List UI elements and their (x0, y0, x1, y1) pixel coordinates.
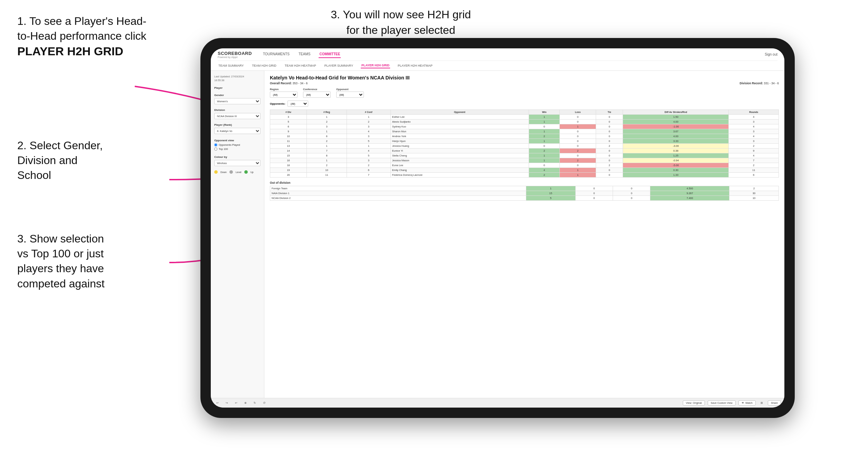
filter-conference-label: Conference (303, 88, 331, 91)
sidebar-timestamp: Last Updated: 27/03/202416:55:38 (214, 75, 261, 82)
filter-opponent-select[interactable]: (All) (336, 92, 364, 98)
instruction-step2: 2. Select Gender, Division and School (17, 138, 197, 183)
instruction-step3-top: 3. You will now see H2H grid for the pla… (311, 7, 491, 38)
subnav-player-h2h-grid[interactable]: PLAYER H2H GRID (361, 63, 390, 68)
table-row: 13 1 1 Jessica Huang 0 0 2 -3.00 2 (270, 144, 779, 149)
table-row: Foreign Team 1 0 0 4.500 2 (270, 186, 779, 191)
colour-legend: Down Level Up (214, 170, 261, 174)
top-nav-items: TOURNAMENTS TEAMS COMMITTEE (262, 51, 765, 58)
filter-opponent: Opponent (All) (336, 88, 364, 98)
table-row: NAIA Division 1 15 0 0 9.267 30 (270, 191, 779, 196)
sign-out-link[interactable]: Sign out (765, 53, 777, 56)
sub-nav: TEAM SUMMARY TEAM H2H GRID TEAM H2H HEAT… (218, 61, 777, 70)
filter-region-select[interactable]: (All) (270, 92, 298, 98)
toolbar-back[interactable]: ↩ (233, 401, 239, 405)
sidebar-division-select[interactable]: NCAA Division III (214, 113, 261, 119)
table-row: 3 1 1 Esther Lee 1 0 0 1.50 4 (270, 115, 779, 120)
sidebar-opponent-section: Opponent view Opponents Played Top 100 (214, 139, 261, 151)
toolbar-redo[interactable]: ↪ (224, 401, 230, 405)
legend-level-dot (229, 170, 233, 174)
filter-opponent-label: Opponent (336, 88, 364, 91)
nav-tournaments[interactable]: TOURNAMENTS (262, 51, 290, 58)
grid-area: Katelyn Vo Head-to-Head Grid for Women's… (264, 71, 784, 398)
division-record: Division Record: 331 - 34 - 6 (740, 82, 779, 85)
toolbar-save-custom[interactable]: Save Custom View (708, 400, 736, 406)
grid-records: Overall Record: 353 - 34 - 6 Division Re… (270, 82, 779, 85)
col-conf: # Conf (347, 110, 390, 115)
toolbar-undo[interactable]: ↩ (214, 401, 221, 405)
legend-up-label: Up (251, 171, 254, 173)
sidebar-player-label: Player (214, 86, 261, 89)
subnav-team-h2h-grid[interactable]: TEAM H2H GRID (251, 63, 277, 68)
toolbar-share[interactable]: Share (768, 400, 781, 406)
filter-region-label: Region (270, 88, 298, 91)
tablet-screen: SCOREBOARD Powered by clippd TOURNAMENTS… (211, 48, 784, 408)
top-nav: SCOREBOARD Powered by clippd TOURNAMENTS… (218, 48, 777, 61)
sidebar: Last Updated: 27/03/202416:55:38 Player … (211, 71, 264, 398)
sidebar-opponent-label: Opponent view (214, 139, 261, 142)
sidebar-colour-label: Colour by (214, 155, 261, 159)
instruction-step3-left: 3. Show selection vs Top 100 or just pla… (17, 231, 197, 291)
main-content: Last Updated: 27/03/202416:55:38 Player … (211, 71, 784, 398)
overall-record-label: Overall Record: (270, 82, 292, 85)
grid-title: Katelyn Vo Head-to-Head Grid for Women's… (270, 75, 779, 80)
sidebar-gender-select[interactable]: Women's (214, 98, 261, 104)
sidebar-player-rank-label: Player (Rank) (214, 123, 261, 126)
sidebar-colour-select[interactable]: Win/loss (214, 160, 261, 166)
sidebar-division-label: Division (214, 108, 261, 112)
toolbar-view-original[interactable]: View: Original (683, 400, 705, 406)
table-row: 5 2 2 Alexis Sudjianto 1 0 0 4.00 3 (270, 120, 779, 124)
overall-record: Overall Record: 353 - 34 - 6 (270, 82, 308, 85)
filter-row: Region (All) Conference (All) (270, 88, 779, 98)
nav-committee[interactable]: COMMITTEE (319, 51, 341, 58)
table-row: 9 1 4 Sharon Mun 1 0 0 3.67 3 (270, 129, 779, 134)
overall-record-value: 353 - 34 - 6 (293, 82, 308, 85)
col-loss: Loss (560, 110, 596, 115)
instruction-bold: PLAYER H2H GRID (17, 45, 123, 58)
division-record-label: Division Record: (740, 82, 763, 85)
table-row: 14 7 4 Eunice Yi 2 2 0 0.38 9 (270, 149, 779, 153)
subnav-player-h2h-heatmap[interactable]: PLAYER H2H HEATMAP (397, 63, 433, 68)
out-of-division-title: Out of division (270, 181, 779, 184)
legend-level-label: Level (236, 171, 242, 173)
toolbar-clock[interactable]: ⏱ (261, 401, 268, 405)
toolbar-watch[interactable]: 👁 Watch (738, 400, 756, 406)
sidebar-colour-section: Colour by Win/loss (214, 155, 261, 166)
filter-conference-select[interactable]: (All) (303, 92, 331, 98)
col-diff: Diff Av Strokes/Rnd (623, 110, 729, 115)
toolbar-grid[interactable]: ⊞ (758, 401, 765, 405)
instruction-step1: 1. To see a Player's Head- to-Head perfo… (17, 14, 197, 59)
toolbar-forward[interactable]: ⊕ (242, 401, 249, 405)
table-row: 10 6 3 Andrea York 2 0 0 4.00 4 (270, 134, 779, 139)
sidebar-gender-label: Gender (214, 94, 261, 97)
col-win: Win (529, 110, 560, 115)
division-record-value: 331 - 34 - 6 (764, 82, 779, 85)
subnav-team-h2h-heatmap[interactable]: TEAM H2H HEATMAP (284, 63, 317, 68)
table-row: 6 3 3 Sydney Kuo 0 1 0 -1.00 4 (270, 124, 779, 129)
sidebar-division-section: Division NCAA Division III (214, 108, 261, 119)
filter-conference: Conference (All) (303, 88, 331, 98)
radio-opponents-played[interactable]: Opponents Played (214, 143, 261, 146)
col-reg: # Reg (307, 110, 347, 115)
bottom-toolbar: ↩ ↪ ↩ ⊕ ↻ ⏱ View: Original Save Custom V… (211, 398, 784, 408)
tablet-frame: SCOREBOARD Powered by clippd TOURNAMENTS… (200, 38, 795, 418)
app-header: SCOREBOARD Powered by clippd TOURNAMENTS… (211, 48, 784, 71)
subnav-team-summary[interactable]: TEAM SUMMARY (218, 63, 244, 68)
col-opponent: Opponent (390, 110, 529, 115)
out-of-division-section: Out of division Foreign Team 1 0 0 4.500… (270, 181, 779, 201)
sidebar-player-rank-select[interactable]: 8. Katelyn Vo (214, 128, 261, 134)
filter-opponents-row: Opponents: (All) (270, 101, 779, 107)
opponents-label: Opponents: (270, 102, 285, 105)
nav-teams[interactable]: TEAMS (298, 51, 311, 58)
opponents-filter-select[interactable]: (All) (287, 101, 308, 107)
data-table: # Div # Reg # Conf Opponent Win Loss Tie… (270, 109, 779, 178)
nav-right: Sign out (765, 53, 777, 56)
table-row: 18 2 2 Euna Lee 0 0 2 -5.00 2 (270, 163, 779, 168)
legend-up-dot (244, 170, 248, 174)
legend-down-dot (214, 170, 218, 174)
out-of-division-table: Foreign Team 1 0 0 4.500 2 NAIA Division… (270, 186, 779, 201)
toolbar-refresh[interactable]: ↻ (252, 401, 258, 405)
subnav-player-summary[interactable]: PLAYER SUMMARY (324, 63, 354, 68)
radio-top100[interactable]: Top 100 (214, 147, 261, 151)
sidebar-player-rank-section: Player (Rank) 8. Katelyn Vo (214, 123, 261, 134)
